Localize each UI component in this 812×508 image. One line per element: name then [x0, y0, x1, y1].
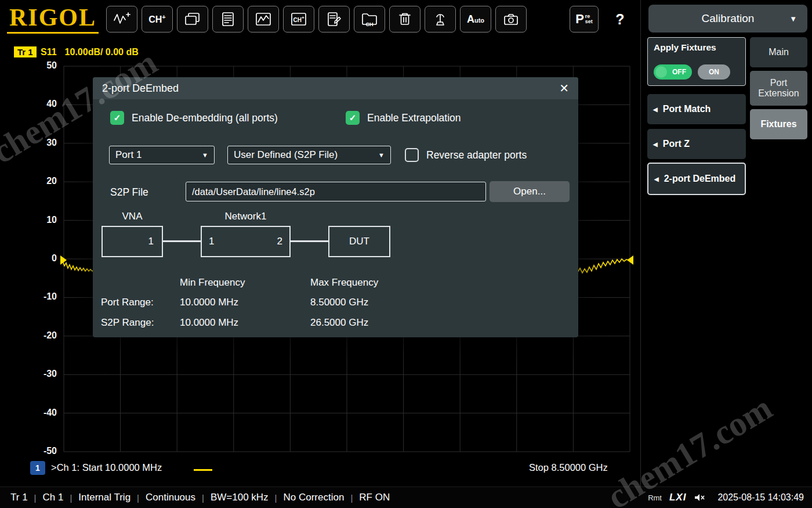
left-arrow-icon: ◀	[654, 176, 659, 182]
dialog-title-bar: 2-port DeEmbed ✕	[93, 77, 578, 99]
preset-button[interactable]: P reset	[570, 6, 599, 33]
window-layout-button[interactable]	[177, 6, 208, 33]
apply-fixtures-off-toggle[interactable]: OFF	[654, 64, 692, 80]
file-edit-button[interactable]	[318, 6, 350, 33]
file-edit-icon	[325, 12, 343, 27]
touch-button[interactable]	[425, 6, 456, 33]
enable-deembed-row: ✓ Enable De-embedding (all ports)	[110, 111, 278, 125]
touch-icon	[432, 12, 449, 27]
vna-screen: RIGOL CH+ CH+ CH	[0, 0, 812, 508]
trace-color-dash	[194, 469, 212, 471]
y-tick: 10	[30, 215, 57, 225]
open-file-button[interactable]: Open...	[490, 181, 570, 202]
chart-window-icon	[255, 12, 272, 27]
window-layout-icon	[184, 12, 201, 27]
port-range-max: 8.50000 GHz	[310, 297, 368, 308]
status-channel[interactable]: Ch 1	[43, 492, 64, 503]
enable-extrapolation-checkbox[interactable]: ✓	[346, 111, 360, 125]
channel-window-button[interactable]: CH+	[283, 6, 314, 33]
trace-s11-left	[63, 261, 97, 271]
s2p-file-label: S2P File	[110, 186, 148, 199]
status-trace[interactable]: Tr 1	[10, 492, 28, 503]
dut-label: DUT	[349, 236, 369, 247]
connector-line	[163, 240, 201, 242]
vna-port-number: 1	[148, 236, 154, 247]
y-tick: -30	[30, 369, 57, 379]
port-select-dropdown[interactable]: Port 1 ▼	[109, 146, 215, 164]
status-bandwidth[interactable]: BW=100 kHz	[211, 492, 269, 503]
tab-port-extension[interactable]: Port Extension	[750, 71, 807, 106]
speaker-muted-icon[interactable]	[694, 493, 705, 502]
add-channel-label: CH+	[148, 13, 166, 25]
y-tick: 30	[30, 138, 57, 148]
status-trigger[interactable]: Internal Trig	[78, 492, 130, 503]
tab-main[interactable]: Main	[750, 37, 807, 67]
stop-frequency-label[interactable]: Stop 8.50000 GHz	[529, 462, 608, 473]
sidebar-item-2port-deembed[interactable]: ◀ 2-port DeEmbed	[647, 163, 746, 195]
trace-add-icon	[113, 12, 130, 27]
help-label: ?	[615, 11, 624, 28]
min-frequency-header: Min Frequency	[180, 277, 245, 289]
max-frequency-header: Max Frequency	[310, 277, 378, 289]
type-select-value: User Defined (S2P File)	[234, 149, 338, 161]
left-arrow-icon: ◀	[653, 106, 658, 113]
type-select-dropdown[interactable]: User Defined (S2P File) ▼	[227, 146, 391, 164]
connector-line	[291, 240, 328, 242]
s2p-file-input[interactable]	[186, 182, 486, 201]
preset-label: P	[575, 12, 584, 27]
y-tick: -50	[30, 446, 57, 456]
auto-scale-label: Auto	[467, 13, 484, 26]
calibration-menu-header[interactable]: Calibration ▼	[648, 5, 807, 33]
start-frequency-label[interactable]: >Ch 1: Start 10.0000 MHz	[51, 462, 162, 473]
status-sweep[interactable]: Continuous	[146, 492, 195, 503]
screenshot-button[interactable]	[495, 6, 527, 33]
apply-fixtures-on-toggle[interactable]: ON	[698, 64, 730, 80]
reverse-ports-checkbox[interactable]	[405, 148, 419, 162]
trace-s11-right	[571, 259, 629, 273]
separator: |	[34, 493, 37, 503]
auto-scale-button[interactable]: Auto	[460, 6, 491, 33]
dut-box: DUT	[328, 226, 390, 257]
chevron-down-icon: ▼	[202, 152, 208, 158]
rigol-logo: RIGOL	[7, 3, 99, 34]
enable-deembed-checkbox[interactable]: ✓	[110, 111, 124, 125]
preset-sub-label: reset	[585, 14, 593, 25]
enable-deembed-label: Enable De-embedding (all ports)	[132, 112, 278, 124]
calibration-menu-label: Calibration	[702, 12, 755, 25]
y-tick: -10	[30, 291, 57, 302]
datetime-display: 2025-08-15 14:03:49	[717, 492, 804, 503]
add-channel-button[interactable]: CH+	[142, 6, 173, 33]
tab-fixtures[interactable]: Fixtures	[750, 109, 807, 139]
separator: |	[137, 493, 139, 503]
y-tick: -20	[30, 330, 57, 341]
report-icon	[219, 12, 237, 27]
port-select-value: Port 1	[115, 149, 142, 161]
s2p-range-min: 10.0000 MHz	[180, 317, 238, 329]
sidebar-item-port-z[interactable]: ◀ Port Z	[647, 129, 746, 159]
y-tick: 50	[30, 60, 57, 71]
channel-folder-label: CH	[354, 21, 385, 27]
channel-badge[interactable]: 1	[30, 461, 45, 475]
status-rf[interactable]: RF ON	[359, 492, 390, 503]
port-range-label: Port Range:	[101, 297, 154, 308]
deembed-dialog: 2-port DeEmbed ✕ ✓ Enable De-embedding (…	[93, 77, 578, 337]
close-icon[interactable]: ✕	[559, 81, 569, 95]
report-button[interactable]	[212, 6, 244, 33]
enable-extrapolation-label: Enable Extrapolation	[367, 112, 461, 124]
help-button[interactable]: ?	[606, 6, 635, 33]
trace-badge[interactable]: Tr 1	[14, 46, 37, 57]
trace-add-button[interactable]	[106, 6, 137, 33]
chart-window-button[interactable]	[248, 6, 279, 33]
status-bar: Tr 1 | Ch 1 | Internal Trig | Continuous…	[0, 487, 812, 508]
trash-icon	[396, 12, 414, 27]
channel-folder-button[interactable]: CH	[354, 6, 385, 33]
y-tick: 40	[30, 99, 57, 109]
trace-scale: 10.00dB/ 0.00 dB	[65, 47, 139, 57]
status-correction[interactable]: No Correction	[284, 492, 345, 503]
separator: |	[350, 493, 353, 503]
sidebar-item-port-match[interactable]: ◀ Port Match	[647, 94, 746, 124]
lxi-logo: LXI	[669, 492, 686, 503]
delete-button[interactable]	[389, 6, 420, 33]
vna-label: VNA	[102, 211, 163, 222]
separator: |	[275, 493, 277, 503]
